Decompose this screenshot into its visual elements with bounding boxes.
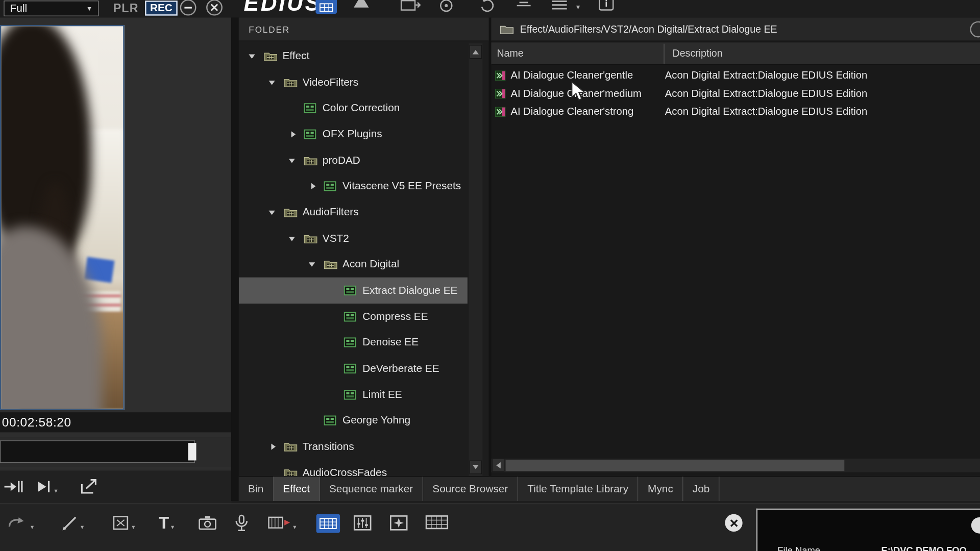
expand-arrow-icon[interactable] — [309, 183, 324, 189]
capture-frame-button[interactable] — [198, 514, 217, 532]
dropdown-caret-icon[interactable]: ▾ — [31, 523, 34, 530]
close-panel-button[interactable] — [725, 514, 742, 532]
tree-scrollbar[interactable] — [469, 43, 482, 476]
tree-item-label: George Yohng — [340, 414, 410, 427]
draw-line-button[interactable] — [60, 514, 79, 532]
preview-blue-box — [84, 257, 114, 283]
tree-item-vst2[interactable]: VST2 — [239, 226, 468, 252]
refresh-button[interactable] — [479, 0, 496, 13]
tree-item-label: Transitions — [300, 440, 354, 453]
play-to-out-button[interactable] — [35, 478, 53, 495]
close-button[interactable] — [206, 0, 223, 16]
minus-icon — [184, 6, 192, 9]
effect-list: AI Dialogue Cleaner'gentleAcon Digital E… — [491, 66, 980, 121]
zoom-select[interactable]: Full ▼ — [4, 1, 99, 16]
video-preview[interactable] — [0, 25, 125, 410]
arrow-left-icon — [493, 462, 501, 468]
tree-item-label: Denoise EE — [360, 336, 419, 348]
seek-slider-handle[interactable] — [188, 443, 197, 460]
tree-item-audiofilters[interactable]: AudioFilters — [239, 199, 468, 226]
column-divider[interactable] — [664, 44, 664, 64]
tree-item-ofx-plugins[interactable]: OFX Plugins — [239, 121, 468, 147]
tree-item-transitions[interactable]: Transitions — [239, 434, 468, 460]
seek-slider[interactable] — [0, 440, 195, 463]
collapse-arrow-icon[interactable] — [289, 155, 304, 166]
triangle-icon[interactable] — [354, 0, 369, 8]
tree-item-acon-digital[interactable]: Acon Digital — [239, 252, 468, 278]
tab-sequence-marker[interactable]: Sequence marker — [320, 477, 423, 501]
audio-mixer-button[interactable] — [353, 514, 373, 532]
keyboard-button[interactable] — [425, 514, 449, 531]
scroll-down-button[interactable] — [470, 460, 482, 474]
tab-source-browser[interactable]: Source Browser — [423, 477, 518, 501]
expand-arrow-icon[interactable] — [269, 444, 284, 450]
title-tool-button[interactable]: T — [159, 514, 169, 532]
export-button[interactable] — [79, 478, 100, 495]
list-scrollbar[interactable] — [491, 459, 980, 472]
collapse-arrow-icon[interactable] — [269, 207, 284, 218]
tree-item-videofilters[interactable]: VideoFilters — [239, 69, 468, 95]
tab-bin[interactable]: Bin — [239, 477, 274, 501]
sync-button[interactable] — [437, 0, 456, 13]
tab-effect[interactable]: Effect — [274, 477, 320, 501]
transport-bar: ▾ — [0, 470, 231, 504]
razor-icon[interactable] — [515, 0, 532, 13]
folder-icon — [284, 441, 300, 453]
collapse-arrow-icon[interactable] — [289, 233, 304, 244]
column-name[interactable]: Name — [497, 42, 523, 65]
tree-item-compress-ee[interactable]: Compress EE — [239, 304, 468, 330]
add-clip-button[interactable] — [267, 514, 291, 532]
dropdown-caret-icon[interactable]: ▼ — [575, 4, 581, 10]
dropdown-caret-icon[interactable]: ▾ — [81, 523, 84, 530]
tab-title-template-library[interactable]: Title Template Library — [518, 477, 639, 501]
tab-label: Effect — [283, 483, 310, 495]
tree-item-audiocrossfades[interactable]: AudioCrossFades — [239, 460, 468, 476]
tab-mync[interactable]: Mync — [639, 477, 683, 501]
tree-item-effect[interactable]: Effect — [239, 43, 468, 69]
timeline-keyboard-button-active[interactable] — [316, 514, 340, 533]
dropdown-caret-icon[interactable]: ▾ — [293, 523, 296, 530]
tree-item-denoise-ee[interactable]: Denoise EE — [239, 330, 468, 356]
active-mode-button[interactable] — [315, 0, 337, 14]
effects-button[interactable] — [389, 514, 409, 532]
dropdown-caret-icon[interactable]: ▾ — [132, 523, 135, 530]
edius-app-window: Full ▼ PLR REC EDIUS ▼ i — [0, 0, 980, 551]
collapse-arrow-icon[interactable] — [249, 51, 263, 62]
effect-list-row[interactable]: AI Dialogue Cleaner'mediumAcon Digital E… — [491, 84, 980, 103]
tree-item-label: Limit EE — [360, 388, 402, 400]
redo-arrow-button[interactable] — [6, 514, 29, 532]
layouter-button[interactable] — [111, 514, 130, 532]
tree-item-limit-ee[interactable]: Limit EE — [239, 382, 468, 408]
tab-job[interactable]: Job — [683, 477, 720, 501]
scroll-left-button[interactable] — [492, 459, 504, 472]
panel-options-button[interactable] — [970, 21, 980, 38]
plugin-icon — [495, 88, 506, 98]
chevron-down-icon[interactable]: ▼ — [86, 5, 98, 12]
clip-export-button[interactable] — [400, 0, 422, 13]
voiceover-mic-button[interactable] — [233, 514, 250, 533]
effect-list-row[interactable]: AI Dialogue Cleaner'strongAcon Digital E… — [491, 103, 980, 121]
zoom-select-value: Full — [5, 2, 87, 14]
scroll-up-button[interactable] — [470, 45, 482, 59]
folder-icon — [284, 467, 300, 476]
minimize-button[interactable] — [180, 0, 197, 16]
dropdown-caret-icon[interactable]: ▾ — [55, 487, 58, 493]
effect-list-row[interactable]: AI Dialogue Cleaner'gentleAcon Digital E… — [491, 66, 980, 85]
tree-item-prodad[interactable]: proDAD — [239, 147, 468, 173]
column-description[interactable]: Description — [673, 42, 723, 65]
jump-to-in-button[interactable] — [3, 478, 25, 495]
scrollbar-thumb[interactable] — [506, 460, 845, 471]
menu-button[interactable] — [550, 0, 569, 13]
tree-item-color-correction[interactable]: Color Correction — [239, 95, 468, 121]
expand-arrow-icon[interactable] — [289, 131, 304, 137]
tree-item-deverberate-ee[interactable]: DeVerberate EE — [239, 356, 468, 382]
tree-item-extract-dialogue-ee[interactable]: Extract Dialogue EE — [239, 278, 468, 304]
info-button[interactable]: i — [599, 0, 614, 11]
dropdown-caret-icon[interactable]: ▾ — [171, 523, 174, 530]
tree-item-george-yohng[interactable]: George Yohng — [239, 408, 468, 434]
collapse-arrow-icon[interactable] — [269, 77, 284, 88]
collapse-arrow-icon[interactable] — [309, 259, 324, 270]
tree-item-vitascene-v5-ee-presets[interactable]: Vitascene V5 EE Presets — [239, 173, 468, 199]
file-name-value[interactable]: E:\DVC DEMO FOO — [881, 545, 967, 551]
effect-icon — [344, 337, 360, 348]
